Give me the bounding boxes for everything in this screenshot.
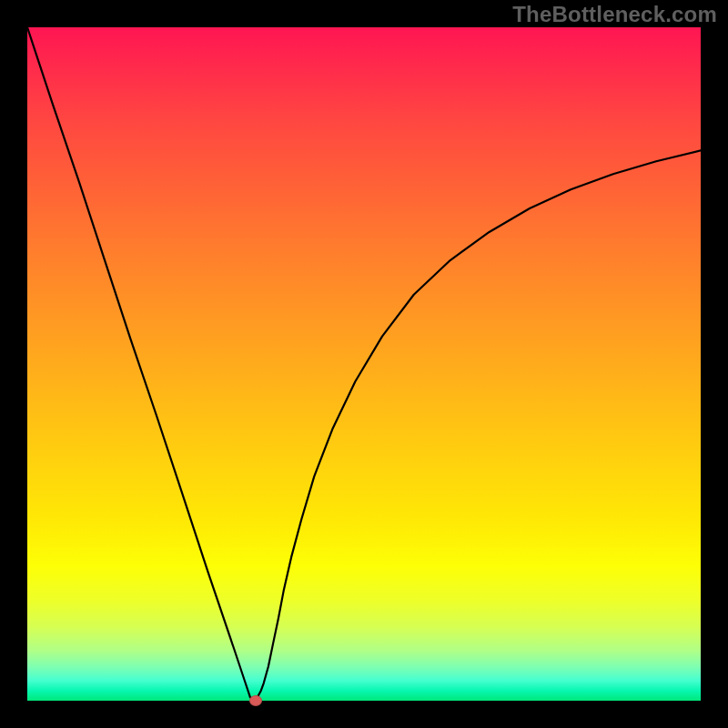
trough-marker-icon (249, 695, 262, 706)
chart-canvas: TheBottleneck.com (0, 0, 728, 728)
plot-area (27, 27, 701, 701)
watermark-text: TheBottleneck.com (512, 2, 717, 27)
plot-svg (27, 27, 701, 701)
bottleneck-curve (27, 27, 701, 701)
